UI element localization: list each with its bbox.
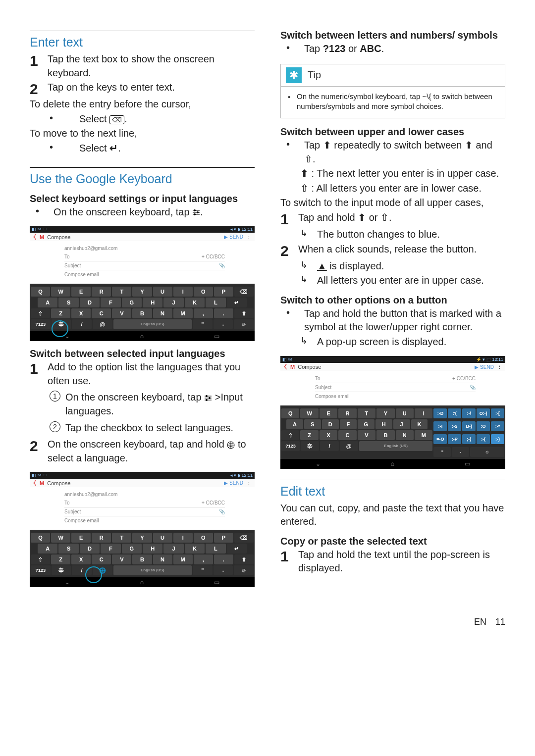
enter-icon: ↵ — [109, 143, 118, 153]
step-1: 1 Tap the text box to show the onscreen … — [30, 52, 255, 80]
nextline-intro: To move to the next line, — [30, 127, 255, 141]
shift-filled-icon: ⬆ — [358, 212, 366, 223]
switch-lang-step1b: 2 Tap the checkbox to select languages. — [50, 421, 255, 435]
other-result: ↳ A pop-up screen is displayed. — [300, 335, 505, 349]
globe-icon — [227, 441, 235, 449]
tip-box: ✱ Tip •On the numeric/symbol keyboard, t… — [280, 64, 505, 118]
svg-point-2 — [194, 213, 196, 215]
svg-point-1 — [197, 211, 199, 213]
shift-outline-icon: ⇧ — [300, 183, 309, 194]
svg-point-3 — [206, 395, 208, 397]
switch-letters-bullet: • Tap ?123 or ABC. — [280, 42, 505, 56]
screenshot-keyboard-1: ◧ ✉ ⬚◂ ▾ ◗ 12:11 〱 M Compose ▶ SEND ⋮ an… — [30, 226, 255, 341]
settings-slider-icon — [192, 209, 200, 216]
screenshot-keyboard-2: ◧ ✉ ⬚◂ ▾ ◗ 12:11 〱 M Compose ▶ SEND ⋮ an… — [30, 472, 255, 587]
case-step2-r1: ↳ ▲ is displayed. — [300, 259, 505, 273]
case-line3: ⇧ : All letters you enter are in lower c… — [280, 182, 505, 196]
settings-slider-icon — [204, 395, 212, 402]
shift-filled-icon: ⬆ — [465, 140, 473, 151]
footer-page: 11 — [495, 617, 505, 627]
switch-lang-step2: 2 On the onscreen keyboard, tap and hold… — [30, 438, 255, 465]
shift-underline-icon: ▲ — [317, 260, 327, 271]
page-footer: EN 11 — [0, 614, 535, 636]
switch-lang-step1: 1 Add to the option list the languages t… — [30, 360, 255, 388]
select-settings-bullet: • On the onscreen keyboard, tap . — [30, 205, 255, 219]
case-step2-r2: ↳ All letters you enter are in upper cas… — [300, 274, 505, 288]
subhead-copy-paste: Copy or paste the selected text — [280, 536, 505, 547]
tip-icon: ✱ — [286, 67, 302, 83]
screenshot-keyboard-3: ◧ ✉⚡ ▾ ⬚ 12:11 〱 M Compose ▶ SEND ⋮ To+ … — [280, 356, 505, 469]
heading-google-keyboard: Use the Google Keyboard — [30, 172, 255, 186]
case-bullet1: • Tap ⬆ repeatedly to switch between ⬆ a… — [280, 139, 505, 166]
switch-lang-step1a: 1 On the onscreen keyboard, tap >Input l… — [50, 391, 255, 418]
backspace-icon: ⌫ — [109, 115, 124, 124]
heading-enter-text: Enter text — [30, 35, 255, 50]
delete-bullet: • Select ⌫. — [30, 112, 255, 126]
shift-outline-icon: ⇧ — [304, 153, 313, 164]
delete-intro: To delete the entry before the cursor, — [30, 98, 255, 111]
svg-point-5 — [206, 399, 208, 401]
subhead-switch-letters: Switch between letters and numbers/ symb… — [280, 30, 505, 41]
case-step2: 2 When a click sounds, release the butto… — [280, 243, 505, 258]
case-intro2: To switch to the input mode of all upper… — [280, 196, 505, 210]
copy-step1: 1 Tap and hold the text until the pop-sc… — [280, 548, 505, 575]
nextline-bullet: • Select ↵. — [30, 142, 255, 155]
case-step1: 1 Tap and hold ⬆ or ⇧. — [280, 211, 505, 227]
svg-point-0 — [194, 209, 196, 211]
svg-point-4 — [209, 397, 211, 399]
other-bullet: • Tap and hold the button that is marked… — [280, 307, 505, 334]
heading-edit-text: Edit text — [280, 484, 505, 499]
shift-filled-icon: ⬆ — [300, 168, 309, 179]
case-line2: ⬆ : The next letter you enter is in uppe… — [280, 167, 505, 181]
subhead-switch-case: Switch between upper and lower cases — [280, 126, 505, 138]
subhead-select-settings: Select keyboard settings or input langua… — [30, 193, 255, 204]
footer-lang: EN — [474, 617, 486, 627]
step-2: 2 Tap on the keys to enter text. — [30, 81, 255, 97]
shift-filled-icon: ⬆ — [323, 140, 331, 151]
subhead-switch-other: Switch to other options on a button — [280, 295, 505, 306]
case-step1-result: ↳ The button changes to blue. — [300, 228, 505, 242]
edit-text-intro: You can cut, copy, and paste the text th… — [280, 502, 505, 529]
shift-outline-icon: ⇧ — [380, 212, 389, 223]
subhead-switch-lang: Switch between selected input languages — [30, 348, 255, 359]
